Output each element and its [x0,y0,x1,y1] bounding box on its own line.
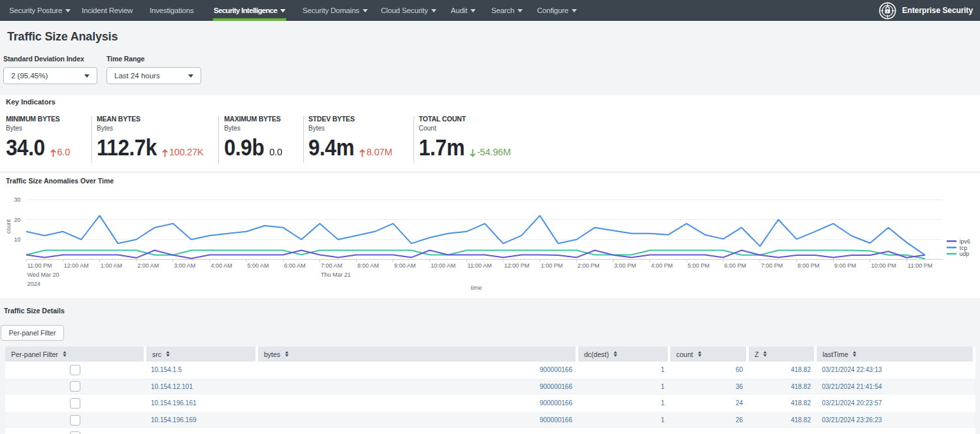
row-checkbox[interactable] [70,431,80,434]
x-tick-label: 7:00 PM [761,262,783,269]
chevron-down-icon [84,74,90,78]
cell-z: 418.82 [749,416,817,424]
column-header-dc-dest-[interactable]: dc(dest) [578,347,668,362]
cell-link[interactable]: 900000166 [540,416,572,424]
cell-link[interactable]: 03/21/2024 22:43:13 [822,366,882,373]
column-header-per-panel-filter[interactable]: Per-panel Filter [5,347,144,362]
y-axis-title: count [5,219,12,234]
nav-item-security-domains[interactable]: Security Domains [302,0,368,21]
kpi-sublabel: Bytes [224,125,282,132]
kpi-minimum-bytes[interactable]: MINIMUM BYTESBytes34.06.0 [6,115,70,161]
series-line-ipv6[interactable] [26,251,925,259]
x-tick-label: 2:00 PM [578,262,600,269]
time-range-filter-label: Time Range [106,55,144,63]
chevron-down-icon [470,9,476,12]
cell-link[interactable]: 418.82 [791,399,811,407]
kpi-divider [91,116,92,163]
sort-icon [853,351,857,357]
nav-item-label: Search [491,7,514,14]
cell-link[interactable]: 10.154.12.101 [151,383,193,390]
cell-link[interactable]: 900000166 [540,383,572,390]
row-checkbox[interactable] [70,381,80,392]
cell-link[interactable]: 418.82 [791,366,811,373]
anomalies-chart-panel: Traffic Size Anomalies Over Time 1020301… [0,174,980,298]
x-tick-label: 12:00 AM [64,262,89,269]
nav-item-investigations[interactable]: Investigations [150,0,194,21]
cell-link[interactable]: 1 [661,399,664,407]
column-header-lasttime[interactable]: lastTime [817,347,973,362]
arrow-up-icon [359,149,365,157]
kpi-mean-bytes[interactable]: MEAN BYTESBytes112.7k100.27K [97,115,204,161]
cell-link[interactable]: 10.154.196.161 [151,399,197,407]
cell-link[interactable]: 900000166 [540,366,572,373]
sdi-dropdown[interactable]: 2 (95.45%) [3,67,97,84]
key-indicators-heading: Key Indicators [6,98,56,106]
top-nav: Enterprise Security Security PostureInci… [0,0,980,21]
column-header-z[interactable]: Z [749,347,814,362]
anomalies-line-chart[interactable]: 10203011:00 PMWed Mar 20202412:00 AM1:00… [0,174,980,298]
legend-label-ipv6[interactable]: ipv6 [960,238,971,245]
column-header-count[interactable]: count [670,347,746,362]
sdi-filter-label: Standard Deviation Index [3,55,84,63]
nav-item-cloud-security[interactable]: Cloud Security [381,0,436,21]
kpi-divider [303,116,304,163]
sort-icon [166,351,170,357]
arrow-up-icon [50,149,56,157]
cell-link[interactable]: 10.154.196.169 [151,416,197,424]
column-header-bytes[interactable]: bytes [258,347,576,362]
sort-icon [285,351,289,357]
per-panel-filter-button[interactable]: Per-panel Filter [1,325,64,341]
legend-label-tcp[interactable]: tcp [960,245,968,251]
cell-link[interactable]: 1 [661,366,664,373]
enterprise-security-logo-icon [879,2,896,20]
kpi-value: 34.0 [6,134,45,161]
cell-link[interactable]: 03/21/2024 21:41:54 [822,383,882,390]
nav-item-label: Configure [537,7,568,14]
kpi-total-count[interactable]: TOTAL COUNTCount1.7m-54.96M [419,115,511,161]
kpi-stdev-bytes[interactable]: STDEV BYTESBytes9.4m8.07M [308,115,392,161]
cell-link[interactable]: 03/21/2024 23:26:23 [822,416,882,424]
column-header-label: Per-panel Filter [11,350,58,358]
legend-label-udp[interactable]: udp [960,251,970,257]
kpi-maximum-bytes[interactable]: MAXIMUM BYTESBytes0.9b0.0 [224,115,282,161]
x-tick-label: 1:00 PM [541,262,563,269]
x-tick-label: 10:00 PM [871,262,896,269]
cell-link[interactable]: 36 [736,383,743,390]
cell-link[interactable]: 03/21/2024 20:23:57 [822,399,882,407]
nav-item-incident-review[interactable]: Incident Review [82,0,133,21]
cell-link[interactable]: 1 [661,383,664,390]
cell-link[interactable]: 60 [736,366,743,373]
nav-item-security-intelligence[interactable]: Security Intelligence [214,0,286,21]
details-table: Per-panel Filtersrcbytesdc(dest)countZla… [5,347,975,434]
row-checkbox[interactable] [70,398,80,409]
nav-item-label: Investigations [150,7,194,14]
nav-item-configure[interactable]: Configure [537,0,577,21]
column-header-src[interactable]: src [146,347,255,362]
nav-item-search[interactable]: Search [491,0,523,21]
nav-item-security-posture[interactable]: Security Posture [9,0,71,21]
nav-item-audit[interactable]: Audit [451,0,476,21]
kpi-label: STDEV BYTES [308,115,392,123]
cell-link[interactable]: 24 [736,399,743,407]
cell-link[interactable]: 900000166 [540,399,572,407]
arrow-up-icon [162,149,168,157]
cell-checkbox [5,431,146,434]
series-line-tcp[interactable] [26,215,925,255]
cell-link[interactable]: 418.82 [791,416,811,424]
cell-link[interactable]: 10.154.1.5 [151,366,182,373]
sort-icon [698,351,702,357]
cell-checkbox [5,415,146,426]
cell-link[interactable]: 1 [661,416,664,424]
nav-item-label: Security Domains [302,7,359,14]
table-row: 10.154.196.161900000166124418.8203/21/20… [5,395,975,412]
cell-link[interactable]: 26 [736,416,743,424]
row-checkbox[interactable] [70,365,80,375]
column-header-label: lastTime [823,350,848,358]
row-checkbox[interactable] [70,415,80,426]
x-tick-label: 10:00 AM [431,262,455,269]
time-range-dropdown[interactable]: Last 24 hours [106,67,201,84]
enterprise-security-brand[interactable]: Enterprise Security [879,0,973,21]
column-header-label: Z [755,350,759,358]
cell-bytes: 900000166 [258,399,578,407]
cell-link[interactable]: 418.82 [791,383,811,390]
